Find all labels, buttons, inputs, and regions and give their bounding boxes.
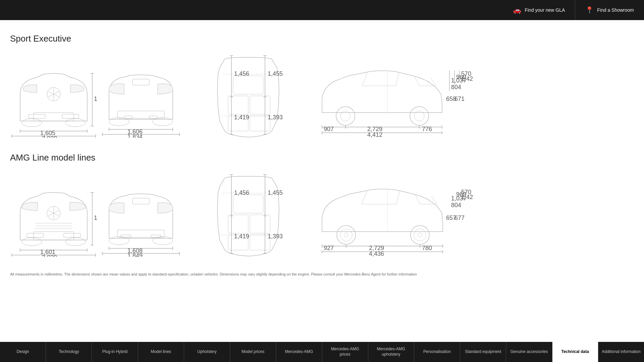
nav-additional-info[interactable]: Additional information [598,342,644,362]
nav-design[interactable]: Design [0,342,46,362]
svg-rect-5 [29,114,45,118]
sport-executive-section: Sport Executive [10,34,634,146]
svg-rect-129 [250,235,270,250]
svg-text:1,456: 1,456 [234,70,249,77]
svg-text:1,849: 1,849 [127,252,143,257]
svg-point-59 [410,107,429,125]
svg-rect-126 [228,215,248,233]
find-showroom-label: Find a Showroom [597,7,634,13]
header: 🚗 Find your new GLA 📍 Find a Showroom [0,0,644,20]
svg-point-149 [414,229,426,241]
nav-plugin-hybrid[interactable]: Plug-in Hybrid [92,342,138,362]
svg-rect-109 [132,198,149,204]
find-gla-label: Find your new GLA [525,7,565,13]
svg-text:1,616: 1,616 [94,96,97,102]
amg-line-title: AMG Line model lines [10,153,634,163]
nav-model-lines[interactable]: Model lines [138,342,184,362]
disclaimer-text: All measurements in millimetres. The dim… [10,268,634,304]
nav-upholstery[interactable]: Upholstery [184,342,230,362]
svg-text:1,393: 1,393 [268,114,283,121]
nav-model-prices[interactable]: Model prices [230,342,276,362]
svg-rect-93 [27,233,44,237]
rear-view-sport: 1,606 1,834 [101,61,181,139]
nav-mercedes-amg[interactable]: Mercedes-AMG [276,342,322,362]
svg-text:780: 780 [422,245,432,251]
nav-personalisation[interactable]: Personalisation [414,342,460,362]
svg-rect-110 [117,230,164,237]
rear-view-amg: 1,608 1,849 [101,180,181,258]
svg-rect-6 [62,114,79,118]
svg-text:1,456: 1,456 [234,189,249,196]
nav-technical-data[interactable]: Technical data [552,342,598,362]
svg-rect-21 [132,79,149,85]
svg-point-8 [65,119,86,127]
front-view-amg: 1,605 1,601 2,020 [10,180,97,258]
svg-rect-37 [233,76,263,94]
nav-genuine-accessories[interactable]: Genuine accessories [506,342,552,362]
svg-rect-85 [34,232,74,240]
svg-rect-38 [228,96,248,114]
svg-point-150 [418,233,422,237]
sport-executive-diagrams: 1,616 1,605 2,020 [10,54,634,146]
svg-rect-127 [250,215,270,233]
svg-point-148 [411,226,429,244]
svg-text:4,412: 4,412 [367,131,382,138]
svg-text:1,393: 1,393 [268,233,283,240]
nav-technology[interactable]: Technology [46,342,92,362]
find-gla-button[interactable]: 🚗 Find your new GLA [503,0,575,20]
svg-point-145 [337,226,356,244]
svg-point-25 [109,118,129,126]
side-view-amg: 1,037 969 570 1,422 804 657 677 927 2,72… [315,180,473,258]
svg-point-26 [153,118,173,126]
svg-text:804: 804 [451,84,461,90]
amg-line-diagrams: 1,605 1,601 2,020 [10,173,634,265]
svg-rect-125 [233,195,263,213]
find-showroom-button[interactable]: 📍 Find a Showroom [575,0,644,20]
nav-standard-equipment[interactable]: Standard equipment [460,342,506,362]
svg-point-96 [65,238,86,246]
front-view-sport: 1,616 1,605 2,020 [10,61,97,139]
svg-rect-41 [250,116,270,131]
svg-point-147 [344,233,348,237]
svg-text:4,436: 4,436 [369,250,384,257]
svg-text:1,419: 1,419 [234,114,249,121]
car-icon: 🚗 [513,6,521,14]
nav-amg-upholstery[interactable]: Mercedes-AMG upholstery [368,342,414,362]
svg-rect-22 [117,111,164,118]
svg-text:804: 804 [451,202,461,208]
svg-text:1,422: 1,422 [461,194,473,200]
svg-point-146 [340,229,352,241]
footer-navigation: Design Technology Plug-in Hybrid Model l… [0,342,644,362]
svg-text:2,020: 2,020 [42,135,57,138]
main-content: Sport Executive [0,20,644,311]
svg-point-114 [153,237,173,245]
svg-text:927: 927 [324,245,334,251]
svg-point-7 [22,119,42,127]
svg-point-113 [109,237,129,245]
svg-text:2,020: 2,020 [42,254,57,257]
svg-rect-94 [64,233,80,237]
location-icon: 📍 [585,6,594,14]
sport-executive-title: Sport Executive [10,34,634,44]
svg-text:1,455: 1,455 [268,70,283,77]
svg-text:677: 677 [454,215,465,221]
svg-point-57 [336,107,355,125]
top-view-amg: 1,456 1,455 1,419 1,393 [184,173,312,265]
svg-text:1,422: 1,422 [461,75,473,82]
svg-text:1,834: 1,834 [127,133,143,138]
svg-text:776: 776 [422,126,432,132]
amg-line-section: AMG Line model lines [10,153,634,265]
side-view-sport: 1,037 969 570 1,422 804 658 671 907 [315,61,473,139]
svg-text:1,605: 1,605 [94,215,97,221]
svg-point-95 [22,238,42,246]
svg-text:1,419: 1,419 [234,233,249,240]
top-view-sport: 1,456 1,455 1,419 1,393 [184,54,312,146]
svg-text:1,455: 1,455 [268,189,283,196]
nav-amg-prices[interactable]: Mercedes-AMG prices [322,342,368,362]
svg-rect-39 [250,96,270,114]
svg-rect-0 [34,113,74,121]
svg-text:907: 907 [324,126,334,132]
svg-text:671: 671 [454,96,465,102]
